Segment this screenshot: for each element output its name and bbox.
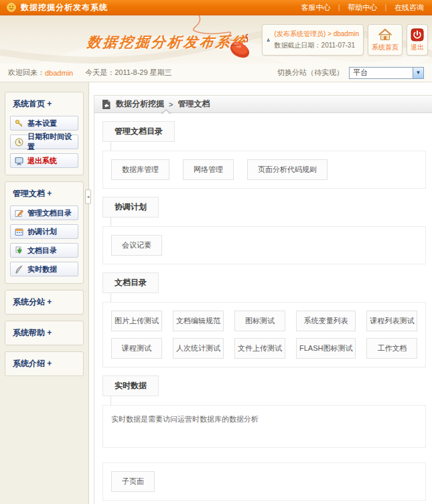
doc-link-button[interactable]: 课程测试 — [111, 338, 162, 359]
doc-link-button[interactable]: 子页面 — [111, 471, 155, 492]
calendar-icon — [15, 228, 23, 236]
document-icon — [101, 99, 111, 110]
doc-link-button[interactable]: 课程列表测试 — [366, 311, 417, 331]
topbar-separator: ｜ — [336, 3, 342, 12]
sidebar-item-label: 退出系统 — [27, 156, 57, 166]
download-icon — [15, 246, 23, 255]
doc-link-button[interactable]: 页面分析代码规则 — [247, 159, 328, 180]
topbar-link-service[interactable]: 客服中心 — [301, 3, 330, 13]
doc-link-button[interactable]: 系统变量列表 — [296, 311, 356, 331]
doc-link-button[interactable]: 网络管理 — [183, 159, 234, 180]
app-title: 数据挖掘分析发布系统 — [21, 2, 108, 13]
key-icon — [15, 119, 23, 128]
chevron-down-icon[interactable]: ▼ — [413, 68, 423, 78]
mouse-logo-icon — [222, 33, 257, 61]
breadcrumb-separator: > — [169, 100, 173, 108]
sidebar-item-exit-system[interactable]: 退出系统 — [10, 153, 78, 168]
doc-link-button[interactable]: 图片上传测试 — [111, 311, 162, 331]
sidebar-item-manage-doc-catalog[interactable]: 管理文档目录 — [10, 205, 78, 220]
sidebar-section-about: 系统介绍 + — [5, 351, 84, 376]
section-label-doc-catalog: 文档目录 — [102, 272, 159, 293]
section-box-realtime-data: 实时数据是需要访问运营时数据库的数据分析 — [102, 405, 426, 448]
site-select[interactable]: 平台 ▼ — [349, 67, 424, 79]
section-box-subpages: 子页面 — [102, 463, 426, 501]
section-label-coordination-plan: 协调计划 — [102, 197, 159, 218]
content-panel: 数据分析挖掘 > 管理文档 管理文档目录 数据库管理 网络管理 页面分析代码规则… — [94, 95, 432, 504]
sidebar-item-label: 管理文档目录 — [27, 208, 72, 218]
sidebar-item-label: 文档目录 — [27, 246, 57, 256]
section-label-manage-doc-catalog: 管理文档目录 — [102, 121, 175, 142]
sidebar-section-title[interactable]: 系统帮助 + — [10, 327, 78, 339]
sidebar-section-branches: 系统分站 + — [5, 290, 84, 315]
topbar-link-help[interactable]: 帮助中心 — [348, 3, 377, 13]
sidebar-item-coordination-plan[interactable]: 协调计划 — [10, 224, 78, 239]
topbar-link-online[interactable]: 在线咨询 — [394, 3, 424, 13]
monitor-icon — [15, 157, 23, 165]
topbar-separator: ｜ — [382, 3, 389, 12]
welcome-username: dbadmin — [45, 69, 73, 77]
sidebar-item-doc-catalog[interactable]: 文档目录 — [10, 243, 78, 258]
sidebar-item-basic-settings[interactable]: 基本设置 — [10, 116, 78, 131]
doc-link-button[interactable]: 文档编辑规范 — [173, 311, 224, 331]
doc-link-button[interactable]: FLASH图标测试 — [296, 338, 356, 359]
pen-icon — [15, 265, 23, 274]
home-button-label: 系统首页 — [372, 43, 399, 52]
doc-link-button[interactable]: 工作文档 — [366, 338, 417, 359]
sidebar-item-label: 日期和时间设置 — [27, 132, 74, 152]
breadcrumb: 数据分析挖掘 > 管理文档 — [94, 96, 432, 113]
sidebar-collapse-handle[interactable] — [85, 189, 91, 204]
breadcrumb-parent[interactable]: 数据分析挖掘 — [116, 98, 164, 110]
top-bar: 数据挖掘分析发布系统 客服中心 ｜ 帮助中心 ｜ 在线咨询 — [0, 0, 432, 15]
data-cutoff-text: 数据截止日期：2011-07-31 — [275, 41, 359, 50]
sidebar: 系统首页 + 基本设置 日期和时间设置 — [0, 82, 89, 504]
sidebar-section-manage-docs: 管理文档 + 管理文档目录 协调计划 — [5, 181, 84, 284]
app-logo-icon — [7, 3, 16, 12]
breadcrumb-notch — [162, 110, 170, 114]
sidebar-item-label: 实时数据 — [27, 264, 57, 274]
home-button[interactable]: 系统首页 — [368, 24, 403, 56]
logout-button[interactable]: 退出 — [407, 24, 428, 56]
power-icon — [411, 28, 424, 41]
switch-site-label: 切换分站（待实现） — [277, 68, 344, 78]
user-role-text: (发布系统管理员) > dbadmin — [275, 29, 359, 39]
page-header: 数据挖掘分析发布系统 (发布系统管理员) > dbadmin 数据截止日期：20… — [0, 15, 432, 64]
site-select-value: 平台 — [350, 68, 413, 78]
doc-link-button[interactable]: 文件上传测试 — [234, 338, 285, 359]
section-label-realtime-data: 实时数据 — [102, 375, 159, 396]
sidebar-item-label: 基本设置 — [27, 118, 57, 129]
doc-link-button[interactable]: 人次统计测试 — [173, 338, 224, 359]
doc-link-button[interactable]: 图标测试 — [234, 311, 285, 331]
doc-link-button[interactable]: 数据库管理 — [111, 159, 169, 180]
home-icon — [378, 28, 392, 41]
clock-icon — [15, 138, 23, 147]
section-box-doc-catalog: 图片上传测试 文档编辑规范 图标测试 系统变量列表 课程列表测试 课程测试 人次… — [102, 302, 426, 367]
breadcrumb-current: 管理文档 — [177, 98, 210, 110]
body-region: 系统首页 + 基本设置 日期和时间设置 — [0, 82, 432, 504]
edit-icon — [15, 209, 23, 218]
user-info-card: (发布系统管理员) > dbadmin 数据截止日期：2011-07-31 — [262, 24, 364, 56]
sidebar-item-label: 协调计划 — [27, 227, 57, 237]
section-box-manage-doc-catalog: 数据库管理 网络管理 页面分析代码规则 — [102, 151, 426, 189]
section-box-coordination-plan: 会议记要 — [102, 226, 426, 264]
sidebar-section-help: 系统帮助 + — [5, 321, 84, 345]
sidebar-section-home: 系统首页 + 基本设置 日期和时间设置 — [5, 92, 84, 175]
content-area: 数据分析挖掘 > 管理文档 管理文档目录 数据库管理 网络管理 页面分析代码规则… — [89, 82, 432, 504]
sidebar-section-title[interactable]: 系统首页 + — [10, 97, 78, 116]
welcome-greeting: 欢迎回来： — [8, 68, 45, 78]
user-avatar-icon — [267, 29, 271, 51]
welcome-date: 今天是：2011-8-29 星期三 — [85, 68, 171, 78]
sidebar-item-datetime-settings[interactable]: 日期和时间设置 — [10, 135, 78, 149]
sidebar-item-realtime-data[interactable]: 实时数据 — [10, 262, 78, 276]
logout-button-label: 退出 — [411, 43, 424, 52]
sidebar-section-title[interactable]: 管理文档 + — [10, 187, 78, 205]
doc-link-button[interactable]: 会议记要 — [111, 235, 162, 256]
sidebar-section-title[interactable]: 系统分站 + — [10, 297, 78, 308]
realtime-data-description: 实时数据是需要访问运营时数据库的数据分析 — [111, 414, 259, 425]
welcome-bar: 欢迎回来： dbadmin 今天是：2011-8-29 星期三 切换分站（待实现… — [0, 64, 432, 82]
sidebar-section-title[interactable]: 系统介绍 + — [10, 358, 78, 369]
